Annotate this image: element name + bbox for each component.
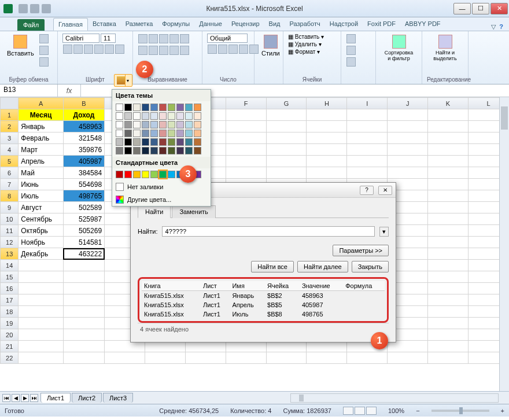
row-header-11[interactable]: 11 xyxy=(1,225,19,237)
zoom-slider[interactable] xyxy=(431,410,489,412)
wrap-text[interactable] xyxy=(180,34,189,43)
border-button[interactable] xyxy=(94,45,104,54)
maximize-button[interactable]: ☐ xyxy=(472,3,489,14)
dec-inc[interactable] xyxy=(239,45,248,54)
cell-G1[interactable] xyxy=(266,109,307,121)
tab-layout[interactable]: Разметка xyxy=(121,18,158,31)
color-swatch[interactable] xyxy=(142,147,149,154)
horizontal-scrollbar[interactable] xyxy=(290,393,499,403)
row-header-10[interactable]: 10 xyxy=(1,213,19,225)
color-swatch[interactable] xyxy=(150,147,158,154)
color-swatch[interactable] xyxy=(142,138,149,146)
cell-B2[interactable]: 458963 xyxy=(63,121,104,132)
align-bot[interactable] xyxy=(159,34,168,43)
cell-G6[interactable] xyxy=(266,167,307,179)
merge[interactable] xyxy=(180,46,189,55)
color-swatch[interactable] xyxy=(168,138,175,146)
zoom-out[interactable]: − xyxy=(416,407,419,414)
no-fill-item[interactable]: Нет заливки xyxy=(112,180,211,193)
color-swatch[interactable] xyxy=(133,121,141,128)
copy-button[interactable] xyxy=(39,46,49,55)
color-swatch[interactable] xyxy=(142,112,149,120)
color-swatch[interactable] xyxy=(194,138,201,146)
col-header-K[interactable]: K xyxy=(428,98,469,109)
cell-A19[interactable] xyxy=(19,318,63,329)
color-swatch[interactable] xyxy=(124,138,132,146)
color-swatch[interactable] xyxy=(168,171,175,178)
cell-K11[interactable] xyxy=(428,225,469,237)
find-tab[interactable]: Найти xyxy=(138,205,171,218)
color-swatch[interactable] xyxy=(133,104,141,111)
color-swatch[interactable] xyxy=(168,121,175,128)
row-header-16[interactable]: 16 xyxy=(1,283,19,294)
cell-I6[interactable] xyxy=(347,167,388,179)
cell-A11[interactable]: Октябрь xyxy=(19,225,63,237)
format-painter-button[interactable] xyxy=(39,57,49,67)
cell-E22[interactable] xyxy=(185,352,226,364)
currency[interactable] xyxy=(208,45,217,54)
cell-F5[interactable] xyxy=(226,156,266,167)
result-row[interactable]: Книга515.xlsxЛист1Апрель$B$5405987 xyxy=(142,300,385,310)
color-swatch[interactable] xyxy=(116,121,123,128)
cell-B20[interactable] xyxy=(63,329,104,341)
underline-button[interactable] xyxy=(84,45,93,54)
cell-A21[interactable] xyxy=(19,341,63,352)
cell-B1[interactable]: Доход xyxy=(63,109,104,121)
orientation[interactable] xyxy=(169,34,179,43)
file-tab[interactable]: Файл xyxy=(17,19,45,31)
fill-color-button[interactable] xyxy=(105,45,114,54)
fill-color-dropdown-arrow[interactable]: ▾ xyxy=(125,75,130,86)
cell-A22[interactable] xyxy=(19,352,63,364)
sheet-tab-3[interactable]: Лист3 xyxy=(103,393,133,403)
cell-B21[interactable] xyxy=(63,341,104,352)
indent-dec[interactable] xyxy=(169,46,179,55)
cell-H3[interactable] xyxy=(307,132,347,144)
color-swatch[interactable] xyxy=(133,130,141,137)
font-name-select[interactable] xyxy=(62,34,99,43)
color-swatch[interactable] xyxy=(194,104,201,111)
sheet-nav-next[interactable]: ▶ xyxy=(21,394,29,402)
find-results-table[interactable]: КнигаЛистИмяЯчейкаЗначениеФормулаКнига51… xyxy=(142,281,385,319)
align-top[interactable] xyxy=(138,34,147,43)
zoom-in[interactable]: + xyxy=(501,407,504,414)
vertical-scrollbar[interactable] xyxy=(499,97,509,391)
cell-A18[interactable] xyxy=(19,306,63,318)
color-swatch[interactable] xyxy=(194,112,201,120)
cell-B16[interactable] xyxy=(63,283,104,294)
color-swatch[interactable] xyxy=(116,112,123,120)
row-header-5[interactable]: 5 xyxy=(1,156,19,167)
cell-H6[interactable] xyxy=(307,167,347,179)
color-swatch[interactable] xyxy=(124,130,132,137)
align-left[interactable] xyxy=(138,46,147,55)
cell-D22[interactable] xyxy=(145,352,185,364)
cut-button[interactable] xyxy=(39,34,49,43)
cell-K6[interactable] xyxy=(428,167,469,179)
sheet-tab-1[interactable]: Лист1 xyxy=(40,393,71,403)
tab-abbyypdf[interactable]: ABBYY PDF xyxy=(400,18,445,31)
color-swatch[interactable] xyxy=(124,121,132,128)
color-swatch[interactable] xyxy=(176,138,184,146)
color-swatch[interactable] xyxy=(116,104,123,111)
fill-color-split-button[interactable]: ▾ xyxy=(114,74,132,87)
row-header-17[interactable]: 17 xyxy=(1,294,19,306)
sheet-tab-2[interactable]: Лист2 xyxy=(72,393,102,403)
cell-F2[interactable] xyxy=(226,121,266,132)
color-swatch[interactable] xyxy=(116,147,123,154)
find-dropdown-arrow[interactable]: ▾ xyxy=(379,227,389,237)
cells-delete[interactable]: ▦ Удалить ▾ xyxy=(288,41,322,47)
row-header-2[interactable]: 2 xyxy=(1,121,19,132)
help-icon[interactable]: ? xyxy=(499,23,503,31)
cell-H5[interactable] xyxy=(307,156,347,167)
cell-K21[interactable] xyxy=(428,341,469,352)
color-swatch[interactable] xyxy=(116,130,123,137)
cell-K3[interactable] xyxy=(428,132,469,144)
cell-J22[interactable] xyxy=(388,352,428,364)
cell-K20[interactable] xyxy=(428,329,469,341)
comma[interactable] xyxy=(228,45,238,54)
fx-button[interactable]: fx xyxy=(58,84,81,97)
color-swatch[interactable] xyxy=(116,171,123,178)
minimize-ribbon-icon[interactable]: ▽ xyxy=(491,23,496,31)
cell-A16[interactable] xyxy=(19,283,63,294)
cell-A1[interactable]: Месяц xyxy=(19,109,63,121)
name-box[interactable]: B13 xyxy=(0,84,58,97)
